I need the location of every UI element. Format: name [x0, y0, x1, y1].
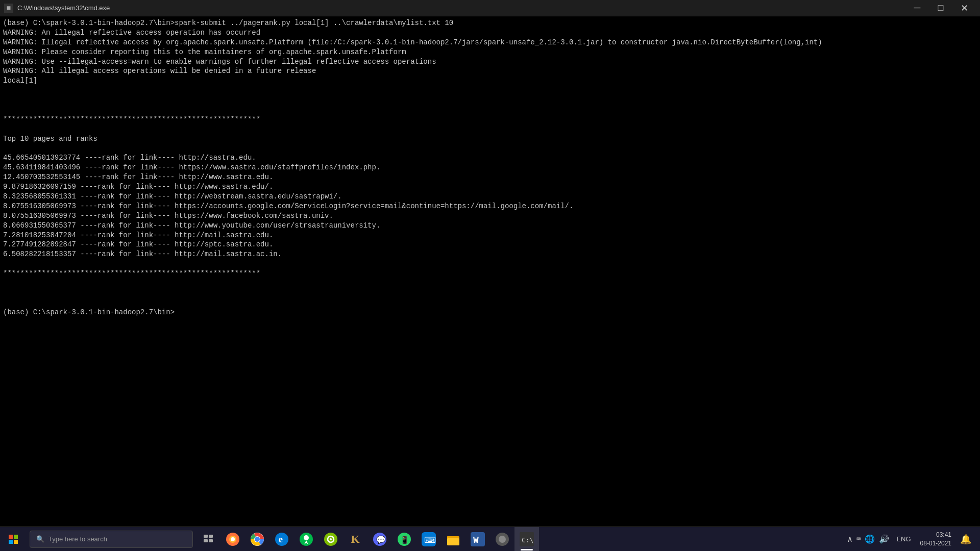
terminal-line [3, 298, 977, 308]
terminal-line: 45.665405013923774 ----rank for link----… [3, 153, 977, 163]
minimize-button[interactable]: ─ [905, 0, 929, 16]
terminal-line [3, 144, 977, 154]
svg-rect-29 [447, 536, 452, 538]
svg-rect-0 [9, 535, 13, 539]
tray-chevron[interactable]: ∧ [846, 533, 853, 545]
taskbar-apps: e K 💬 📱 ⌨ [220, 527, 846, 552]
terminal-line: 8.075516305069973 ----rank for link---- … [3, 202, 977, 211]
terminal-line [3, 288, 977, 298]
svg-text:⌨: ⌨ [424, 536, 436, 544]
taskbar-right: ∧ ⌨ 🌐 🔊 ENG 03:41 08-01-2021 🔔 [846, 531, 980, 548]
svg-point-13 [255, 537, 260, 542]
terminal-line: ****************************************… [3, 269, 977, 279]
terminal-line: (base) C:\spark-3.0.1-bin-hadoop2.7\bin> [3, 308, 977, 317]
terminal-line [3, 86, 977, 95]
svg-rect-1 [14, 535, 18, 539]
terminal-line: 7.281018253847204 ----rank for link---- … [3, 231, 977, 240]
start-button[interactable] [0, 527, 27, 552]
terminal-line: local[1] [3, 76, 977, 86]
terminal-line: 9.879186326097159 ----rank for link---- … [3, 182, 977, 192]
terminal-line: 8.066931550365377 ----rank for link---- … [3, 221, 977, 231]
window-controls: ─ □ ✕ [905, 0, 976, 16]
system-clock[interactable]: 03:41 08-01-2021 [917, 531, 954, 548]
clock-time: 03:41 [920, 531, 951, 539]
svg-text:📱: 📱 [400, 536, 409, 544]
terminal-line: WARNING: An illegal reflective access op… [3, 28, 977, 38]
terminal-line [3, 105, 977, 115]
terminal-line: (base) C:\spark-3.0.1-bin-hadoop2.7\bin>… [3, 18, 977, 28]
terminal-line: 45.634119841403496 ----rank for link----… [3, 163, 977, 172]
title-bar-left: ■ C:\Windows\system32\cmd.exe [4, 4, 110, 13]
language-indicator[interactable]: ENG [893, 535, 914, 543]
terminal-line: WARNING: Illegal reflective access by or… [3, 38, 977, 47]
terminal-line: WARNING: Use --illegal-access=warn to en… [3, 57, 977, 67]
title-bar: ■ C:\Windows\system32\cmd.exe ─ □ ✕ [0, 0, 980, 16]
svg-point-10 [231, 537, 235, 541]
svg-text:e: e [279, 534, 283, 544]
terminal-line: 8.075516305069973 ----rank for link---- … [3, 211, 977, 221]
terminal-line [3, 259, 977, 269]
cmd-icon: ■ [4, 4, 13, 13]
svg-rect-7 [209, 539, 213, 542]
notification-button[interactable]: 🔔 [958, 531, 974, 547]
clock-date: 08-01-2021 [920, 539, 951, 548]
terminal-output[interactable]: (base) C:\spark-3.0.1-bin-hadoop2.7\bin>… [0, 16, 980, 527]
svg-text:💬: 💬 [376, 535, 386, 545]
taskbar-app-5[interactable] [318, 527, 343, 552]
terminal-line [3, 124, 977, 134]
taskbar-app-whatsapp[interactable]: 📱 [392, 527, 416, 552]
taskbar-app-maps[interactable] [294, 527, 318, 552]
svg-point-33 [499, 536, 506, 543]
svg-rect-28 [447, 538, 459, 545]
svg-point-17 [304, 535, 309, 540]
taskbar-app-word[interactable]: W [465, 527, 490, 552]
svg-point-20 [330, 538, 332, 540]
taskbar: 🔍 Type here to search [0, 527, 980, 551]
volume-icon[interactable]: 🔊 [878, 533, 890, 545]
taskbar-app-chrome[interactable] [245, 527, 270, 552]
taskbar-app-cmd[interactable]: C:\ [514, 527, 539, 552]
search-icon: 🔍 [36, 535, 44, 543]
terminal-line: ****************************************… [3, 115, 977, 124]
taskbar-app-vscode[interactable]: ⌨ [416, 527, 441, 552]
taskbar-search[interactable]: 🔍 Type here to search [30, 531, 193, 548]
terminal-line [3, 95, 977, 105]
svg-text:W: W [473, 535, 479, 545]
svg-rect-4 [204, 535, 208, 538]
network-icon[interactable]: 🌐 [864, 533, 876, 545]
terminal-line: WARNING: Please consider reporting this … [3, 47, 977, 57]
terminal-line [3, 279, 977, 288]
terminal-line: Top 10 pages and ranks [3, 134, 977, 144]
close-button[interactable]: ✕ [952, 0, 976, 16]
svg-rect-6 [204, 539, 208, 542]
terminal-line: 12.450703532553145 ----rank for link----… [3, 172, 977, 182]
taskbar-app-browser2[interactable] [490, 527, 514, 552]
terminal-line: 6.508282218153357 ----rank for link---- … [3, 249, 977, 259]
terminal-line: 8.323568055361331 ----rank for link---- … [3, 192, 977, 202]
taskbar-app-explorer[interactable] [441, 527, 465, 552]
keyboard-icon: ⌨ [855, 534, 862, 544]
taskbar-app-edge[interactable]: e [270, 527, 294, 552]
terminal-line: WARNING: All illegal access operations w… [3, 66, 977, 76]
svg-text:C:\: C:\ [522, 536, 533, 544]
system-tray: ∧ ⌨ 🌐 🔊 [846, 533, 890, 545]
search-placeholder: Type here to search [48, 535, 107, 543]
terminal-line: 7.277491282892847 ----rank for link---- … [3, 240, 977, 249]
task-view-button[interactable] [196, 527, 220, 552]
svg-rect-2 [9, 540, 13, 544]
maximize-button[interactable]: □ [929, 0, 952, 16]
svg-rect-5 [209, 535, 213, 538]
svg-rect-3 [14, 540, 18, 544]
taskbar-app-discord[interactable]: 💬 [368, 527, 392, 552]
taskbar-app-k[interactable]: K [343, 527, 368, 552]
taskbar-app-firefox[interactable] [220, 527, 245, 552]
window-title: C:\Windows\system32\cmd.exe [17, 4, 110, 12]
